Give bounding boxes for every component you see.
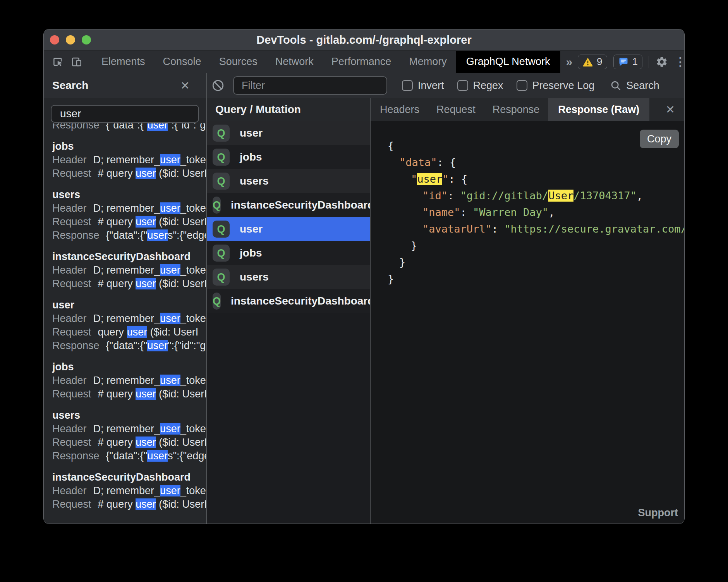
search-result-text: ($id: UserI [156, 498, 206, 510]
search-result-line[interactable]: HeaderD; remember_user_token=e [52, 202, 206, 215]
search-result-line[interactable]: HeaderD; remember_user_token=e [52, 374, 206, 387]
tab-performance[interactable]: Performance [323, 51, 400, 73]
json-token: , [548, 206, 555, 218]
json-token: { [388, 140, 394, 152]
toolbar-search-button[interactable]: Search [610, 80, 659, 92]
search-result-group-title[interactable]: instanceSecurityDashboard [52, 471, 206, 484]
tab-graphql-network[interactable]: GraphQL Network [456, 51, 561, 73]
copy-button[interactable]: Copy [640, 130, 679, 148]
search-result-line[interactable]: Response{"data":{"users":{"edges [52, 229, 206, 242]
search-result-line[interactable]: HeaderD; remember_user_token=e [52, 312, 206, 325]
search-result-text: D; remember_ [93, 264, 160, 276]
search-result-line[interactable]: Request# query user ($id: UserI [52, 387, 206, 401]
response-tabs: HeadersRequestResponseResponse (Raw)✕ [371, 98, 684, 121]
json-line: } [388, 237, 684, 254]
issues-badge[interactable]: 1 [613, 55, 642, 69]
search-result-line[interactable]: Request# query user ($id: UserI [52, 167, 206, 180]
search-result-line[interactable]: Response{"data":{"users":{"edges [52, 449, 206, 463]
minimize-window-button[interactable] [66, 35, 75, 45]
search-result-line[interactable]: Response{"data":{"user":{"id":"gid [52, 339, 206, 353]
search-match-highlight: user [136, 278, 156, 289]
checkbox-box-regex[interactable] [457, 80, 468, 91]
search-result-line[interactable]: HeaderD; remember_user_token=e [52, 153, 206, 167]
query-type-badge: Q [213, 149, 230, 166]
device-toolbar-icon[interactable] [70, 55, 83, 68]
search-result-text: _token=e [180, 202, 206, 214]
search-result-line[interactable]: Response{"data":{"user":{"id":"gi [52, 123, 206, 132]
query-list-item-user[interactable]: Quser [207, 217, 370, 241]
query-mutation-panel: Query / Mutation QuserQjobsQusersQinstan… [207, 98, 371, 524]
search-match-highlight: user [136, 498, 156, 510]
search-result-line[interactable]: Request# query user ($id: UserI [52, 498, 206, 511]
query-list-item-label: jobs [240, 151, 262, 163]
search-result-label: Response [52, 340, 100, 351]
query-type-badge: Q [213, 197, 221, 214]
query-list-item-users[interactable]: Qusers [207, 265, 370, 289]
json-token: "data" [399, 156, 437, 168]
query-list-item-jobs[interactable]: Qjobs [207, 145, 370, 169]
search-result-text: _token=e [180, 485, 206, 496]
search-result-text: {"data":{" [106, 450, 148, 462]
query-list-item-user[interactable]: Quser [207, 121, 370, 145]
support-link[interactable]: Support [638, 507, 678, 519]
query-list-item-instancesecuritydashboard[interactable]: QinstanceSecurityDashboard [207, 289, 370, 313]
json-token: } [388, 273, 394, 285]
clear-log-icon[interactable] [211, 79, 225, 92]
search-result-line[interactable]: HeaderD; remember_user_token=e [52, 422, 206, 436]
search-close-icon[interactable]: ✕ [180, 80, 190, 91]
json-token: " [411, 173, 417, 185]
search-input[interactable] [51, 105, 199, 123]
search-match-highlight: user [147, 229, 168, 241]
search-result-line[interactable]: Request# query user ($id: UserI [52, 215, 206, 229]
tab-elements[interactable]: Elements [93, 51, 154, 73]
more-tabs-icon[interactable]: » [560, 51, 578, 73]
search-result-line[interactable]: Request# query user ($id: UserI [52, 277, 206, 291]
search-result-text: _token=e [180, 154, 206, 166]
search-panel-title: Search [52, 79, 88, 92]
settings-gear-icon[interactable] [655, 55, 668, 68]
json-line: "id": "gid://gitlab/User/13704317", [388, 187, 684, 204]
tab-sources[interactable]: Sources [210, 51, 266, 73]
response-close-icon[interactable]: ✕ [666, 104, 684, 115]
search-result-group-title[interactable]: user [52, 298, 206, 312]
tab-memory[interactable]: Memory [400, 51, 456, 73]
message-icon [618, 56, 629, 67]
zoom-window-button[interactable] [82, 35, 91, 45]
tab-network[interactable]: Network [266, 51, 323, 73]
search-result-line[interactable]: HeaderD; remember_user_token=e [52, 484, 206, 498]
search-result-group-title[interactable]: jobs [52, 360, 206, 374]
search-result-group-title[interactable]: users [52, 409, 206, 422]
filter-input[interactable] [233, 76, 387, 95]
tab-request[interactable]: Request [428, 98, 484, 121]
search-result-group-title[interactable]: jobs [52, 140, 206, 153]
search-result-label: Response [52, 123, 100, 131]
search-result-text: _token=e [180, 423, 206, 435]
search-result-line[interactable]: HeaderD; remember_user_token=e [52, 264, 206, 277]
search-result-text: # query [98, 216, 136, 228]
search-result-group-title[interactable]: instanceSecurityDashboard [52, 250, 206, 264]
search-result-line[interactable]: Request# query user ($id: UserI [52, 436, 206, 449]
search-result-label: Header [52, 485, 87, 496]
search-result-text: D; remember_ [93, 485, 160, 496]
tab-headers[interactable]: Headers [371, 98, 428, 121]
query-list-item-instancesecuritydashboard[interactable]: QinstanceSecurityDashboard [207, 193, 370, 217]
search-result-text: # query [98, 168, 136, 179]
checkbox-preserve-log[interactable]: Preserve Log [517, 80, 595, 92]
checkbox-regex[interactable]: Regex [457, 80, 503, 92]
checkbox-invert[interactable]: Invert [402, 80, 444, 92]
more-options-icon[interactable]: ⋮ [675, 55, 682, 68]
search-result-group-title[interactable]: users [52, 188, 206, 202]
checkbox-box-preserve-log[interactable] [517, 80, 527, 91]
search-result-text: s":{"edges [168, 450, 206, 462]
tab-response[interactable]: Response [484, 98, 548, 121]
tab-response-raw[interactable]: Response (Raw) [548, 98, 649, 121]
search-result-line[interactable]: Requestquery user ($id: UserI [52, 325, 206, 339]
query-list-item-jobs[interactable]: Qjobs [207, 241, 370, 265]
json-token: { [450, 156, 456, 168]
warnings-badge[interactable]: 9 [578, 55, 607, 69]
query-list-item-users[interactable]: Qusers [207, 169, 370, 193]
close-window-button[interactable] [50, 35, 59, 45]
inspect-element-icon[interactable] [52, 55, 65, 68]
tab-console[interactable]: Console [154, 51, 210, 73]
checkbox-box-invert[interactable] [402, 80, 413, 91]
